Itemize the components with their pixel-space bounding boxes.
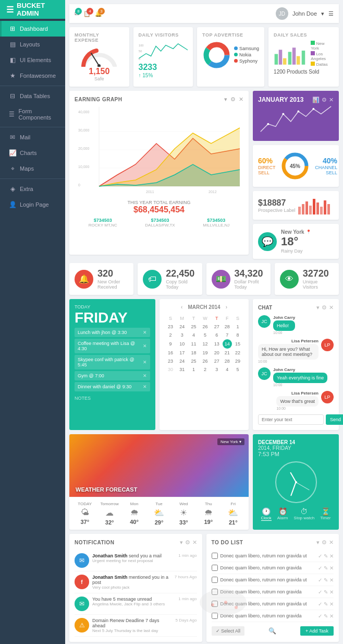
todo-done-0[interactable]: ✓	[318, 553, 322, 559]
todo-check-0[interactable]	[212, 553, 218, 559]
cal-day[interactable]: 4	[188, 331, 199, 339]
event-close-4[interactable]: ✕	[143, 384, 147, 389]
cal-day[interactable]: 1	[232, 323, 243, 331]
cal-day[interactable]: 12	[199, 339, 211, 349]
jan-chart-icon[interactable]: 📊	[312, 97, 320, 103]
todo-edit-0[interactable]: ✎	[324, 553, 328, 559]
todo-done-3[interactable]: ✓	[318, 589, 322, 595]
chat-collapse[interactable]: ▾	[316, 304, 320, 311]
cal-day[interactable]: 3	[211, 365, 223, 374]
cal-day[interactable]: 2	[165, 331, 176, 339]
topbar-right[interactable]: JD John Doe ▾ ☰	[276, 7, 334, 20]
chat-settings[interactable]: ⚙	[322, 304, 327, 311]
cal-day[interactable]: 25	[188, 357, 199, 365]
clock-tab-stopwatch[interactable]: ⏱ Stop watch	[294, 507, 315, 521]
sidebar-item-login[interactable]: 👤 Login Page	[0, 197, 65, 212]
todo-delete-5[interactable]: ✕	[329, 613, 334, 619]
event-close-2[interactable]: ✕	[143, 360, 147, 365]
earning-close[interactable]: ✕	[239, 96, 243, 103]
sidebar-item-charts[interactable]: 📈 Charts	[0, 145, 65, 161]
cal-day[interactable]: 29	[232, 357, 243, 365]
cal-day[interactable]: 28	[223, 357, 232, 365]
cal-day[interactable]: 11	[188, 339, 199, 349]
cal-day[interactable]: 30	[165, 365, 176, 374]
cal-day[interactable]: 17	[176, 349, 188, 357]
weather-city-tag[interactable]: New York ▾	[217, 438, 244, 445]
event-close-3[interactable]: ✕	[143, 373, 147, 378]
cal-day[interactable]: 7	[223, 331, 232, 339]
cal-day[interactable]: 27	[211, 323, 223, 331]
todo-delete-0[interactable]: ✕	[329, 553, 334, 559]
cal-day[interactable]: 10	[176, 339, 188, 349]
chat-send-button[interactable]: Send	[326, 414, 343, 425]
clock-tab-timer[interactable]: ⏳ Timer	[320, 507, 330, 521]
cal-day[interactable]: 23	[165, 323, 176, 331]
cal-day[interactable]: 31	[176, 365, 188, 374]
cal-day[interactable]: 23	[165, 357, 176, 365]
cal-day[interactable]: 16	[165, 349, 176, 357]
cal-prev[interactable]: ‹	[181, 304, 182, 310]
clock-tab-alarm[interactable]: ⏰ Alarm	[277, 507, 288, 521]
cal-day[interactable]: 24	[176, 357, 188, 365]
sidebar-item-ui-elements[interactable]: ◧ UI Elements	[0, 52, 65, 68]
todo-done-2[interactable]: ✓	[318, 577, 322, 583]
cal-day[interactable]: 1	[188, 365, 199, 374]
cal-day[interactable]: 14	[223, 339, 232, 349]
cal-day[interactable]: 2	[199, 365, 211, 374]
todo-check-1[interactable]	[212, 565, 218, 571]
cal-day[interactable]: 13	[211, 339, 223, 349]
todo-check-2[interactable]	[212, 577, 218, 583]
todo-done-4[interactable]: ✓	[318, 601, 322, 607]
cal-day[interactable]: 5	[199, 331, 211, 339]
event-close-0[interactable]: ✕	[143, 330, 147, 335]
clock-tab-clock[interactable]: 🕐 Clock	[261, 507, 272, 521]
cal-day[interactable]: 24	[176, 323, 188, 331]
todo-collapse[interactable]: ▾	[316, 539, 320, 546]
cal-day[interactable]: 26	[199, 357, 211, 365]
todo-delete-4[interactable]: ✕	[329, 601, 334, 607]
cal-day[interactable]: 25	[188, 323, 199, 331]
todo-search-icon[interactable]: 🔍	[268, 627, 276, 635]
cal-day[interactable]: 6	[211, 331, 223, 339]
jan-settings[interactable]: ⚙	[322, 97, 327, 103]
todo-edit-1[interactable]: ✎	[324, 565, 328, 571]
todo-edit-5[interactable]: ✎	[324, 613, 328, 619]
bell-icon-wrap[interactable]: 🔔 3	[95, 10, 102, 17]
todo-settings[interactable]: ⚙	[322, 539, 327, 546]
cal-day[interactable]: 27	[211, 357, 223, 365]
todo-delete-2[interactable]: ✕	[329, 577, 334, 583]
settings-icon[interactable]: ☰	[328, 10, 334, 17]
notif-close[interactable]: ✕	[192, 539, 197, 546]
menu-icon[interactable]: ☰	[6, 5, 14, 15]
add-task-button[interactable]: + Add Task	[300, 626, 334, 636]
todo-done-1[interactable]: ✓	[318, 565, 322, 571]
todo-delete-3[interactable]: ✕	[329, 589, 334, 595]
todo-edit-2[interactable]: ✎	[324, 577, 328, 583]
earning-settings[interactable]: ⚙	[230, 96, 236, 103]
notif-settings[interactable]: ⚙	[185, 539, 190, 546]
chat-input[interactable]	[258, 414, 324, 425]
select-all-button[interactable]: ✓ Select All	[212, 626, 245, 636]
todo-edit-3[interactable]: ✎	[324, 589, 328, 595]
jan-close[interactable]: ✕	[329, 97, 334, 103]
cal-day[interactable]: 9	[165, 339, 176, 349]
cal-day[interactable]: 20	[211, 349, 223, 357]
envelope-icon-wrap[interactable]: 📋 4	[83, 10, 91, 17]
cal-day[interactable]: 15	[232, 339, 243, 349]
chat-close[interactable]: ✕	[329, 304, 334, 311]
cal-day[interactable]: 21	[223, 349, 232, 357]
notif-collapse[interactable]: ▾	[180, 539, 183, 546]
sidebar-item-maps[interactable]: ⌖ Maps	[0, 161, 65, 176]
sidebar-item-layouts[interactable]: ▤ Layouts	[0, 37, 65, 52]
cal-day[interactable]: 28	[223, 323, 232, 331]
sidebar-item-datatables[interactable]: ⊟ Data Tables	[0, 88, 65, 104]
cal-day[interactable]: 18	[188, 349, 199, 357]
todo-delete-1[interactable]: ✕	[329, 565, 334, 571]
cal-day[interactable]: 8	[232, 331, 243, 339]
todo-close[interactable]: ✕	[329, 539, 334, 546]
sidebar-item-mail[interactable]: ✉ Mail	[0, 129, 65, 145]
cal-day[interactable]: 22	[232, 349, 243, 357]
todo-edit-4[interactable]: ✎	[324, 601, 328, 607]
sidebar-item-dashboard[interactable]: ⊞ Dashboard	[0, 21, 65, 37]
event-close-1[interactable]: ✕	[143, 343, 147, 349]
